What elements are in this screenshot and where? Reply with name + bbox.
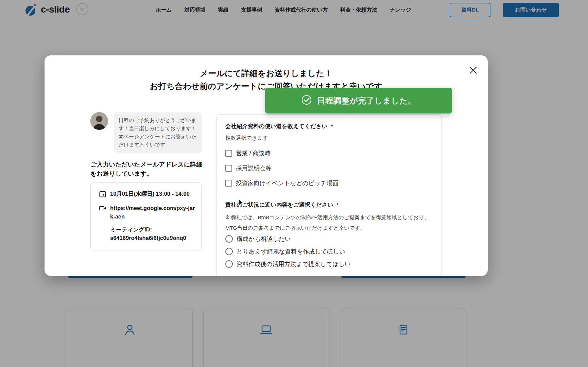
checkbox-label: 投資家向けイベントなどのピッチ場面 (236, 179, 339, 187)
toast-message: 日程調整が完了しました。 (317, 95, 416, 106)
meeting-id: ミーティングID: s64169ro4lsha6i6fjc0u9onq0 (110, 225, 196, 242)
video-camera-icon (99, 204, 107, 221)
assistant-message-bubble: 日程のご予約ありがとうございます！当日楽しみにしております！本ページアンケートに… (114, 112, 202, 153)
radio-option-clean-materials[interactable]: とりあえず綺麗な資料を作成してほしい (225, 247, 433, 256)
survey-question-2-note: ※ 弊社では、BtoBコンテンツの制作〜活用方法のご提案までを得意領域としており… (225, 212, 433, 233)
survey-question-2-title: 貴社のご状況に近い内容をご選択ください* (225, 201, 433, 209)
success-toast: 日程調整が完了しました。 (265, 88, 452, 113)
note-line2: MTG当日のご参考までにご教示いただけますと幸いです。 (225, 223, 433, 233)
modal-title-line1: メールにて詳細をお送りしました！ (45, 67, 488, 80)
required-mark: * (336, 202, 338, 208)
meeting-datetime: 10月01日(水曜日) 13:00 - 14:00 (110, 190, 190, 199)
checkbox-option-sales[interactable]: 営業 / 商談時 (225, 149, 433, 157)
radio-icon (225, 260, 233, 268)
note-line1: ※ 弊社では、BtoBコンテンツの制作〜活用方法のご提案までを得意領域としており… (225, 212, 433, 223)
survey-question-1-title: 会社紹介資料の使い道を教えてください* (225, 123, 433, 130)
radio-option-usage-proposal[interactable]: 資料作成後の活用方法まで提案してほしい (225, 260, 433, 268)
checkbox-label: 営業 / 商談時 (236, 149, 271, 157)
checkbox-icon (225, 180, 232, 187)
radio-label: とりあえず綺麗な資料を作成してほしい (237, 247, 345, 256)
checkbox-option-recruiting[interactable]: 採用説明会等 (225, 164, 433, 172)
survey-question-1-hint: 複数選択できます (225, 135, 433, 142)
radio-icon (225, 248, 233, 255)
checkbox-icon (225, 150, 232, 157)
avatar (90, 112, 108, 130)
checkbox-label: 採用説明会等 (236, 164, 272, 172)
radio-label: 資料作成後の活用方法まで提案してほしい (237, 260, 351, 268)
survey-panel: 会社紹介資料の使い道を教えてください* 複数選択できます 営業 / 商談時 採用… (216, 114, 442, 276)
checkbox-icon (225, 165, 232, 172)
radio-icon (225, 235, 233, 243)
calendar-icon (99, 190, 107, 199)
email-sent-note: ご入力いただいたメールアドレスに詳細をお送りしています。 (90, 160, 203, 178)
meeting-details-card: 10月01日(水曜日) 13:00 - 14:00 https://meet.g… (90, 182, 202, 250)
radio-option-consult-structure[interactable]: 構成から相談したい (225, 235, 433, 243)
meeting-id-label: ミーティングID: (110, 225, 196, 234)
checkbox-option-investor-pitch[interactable]: 投資家向けイベントなどのピッチ場面 (225, 179, 433, 187)
page: c-slide ホーム 対応領域 実績 支援事例 資料作成代行の使い方 料金・依… (0, 0, 588, 367)
meeting-id-value: s64169ro4lsha6i6fjc0u9onq0 (110, 234, 196, 242)
required-mark: * (331, 124, 332, 129)
radio-label: 構成から相談したい (237, 235, 291, 243)
check-circle-icon (301, 94, 312, 107)
meeting-link: https://meet.google.com/pxy-jark-aen (110, 204, 196, 221)
